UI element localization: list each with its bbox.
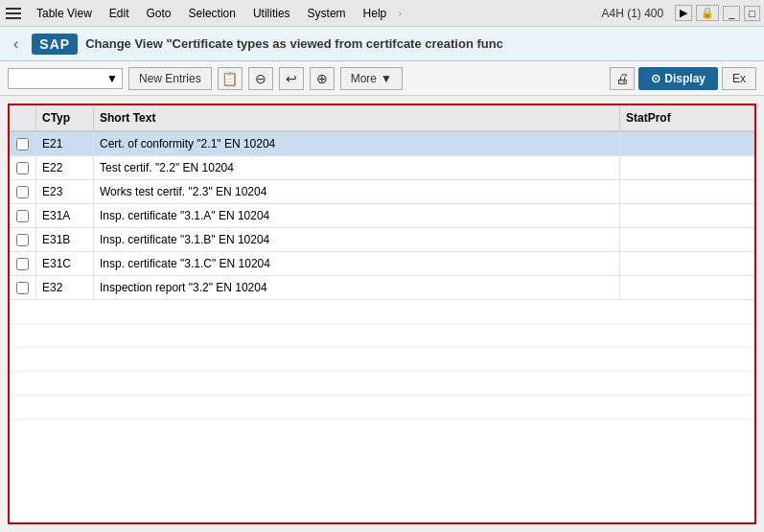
maximize-icon[interactable]: □ [744, 6, 760, 21]
undo-icon-button[interactable]: ↩ [279, 67, 304, 90]
row-ctype: E31B [36, 228, 94, 251]
move-icon-button[interactable]: ⊕ [310, 67, 335, 90]
row-checkbox[interactable] [10, 156, 36, 179]
table-header: CTyp Short Text StatProf [10, 105, 754, 132]
menu-item-selection[interactable]: Selection [181, 5, 243, 22]
display-label: Display [664, 72, 706, 85]
row-ctype: E23 [36, 180, 94, 203]
display-icon: ⊙ [651, 72, 660, 85]
header-shorttext: Short Text [94, 105, 620, 130]
back-button[interactable]: ‹ [8, 34, 24, 55]
menu-item-goto[interactable]: Goto [139, 5, 179, 22]
menu-right-area: A4H (1) 400 ▶ 🔒 _ □ [602, 5, 760, 21]
table-row[interactable]: E31C Insp. certificate "3.1.C" EN 10204 [10, 252, 754, 276]
checkbox-e31a[interactable] [16, 210, 29, 222]
table-row[interactable]: E31A Insp. certificate "3.1.A" EN 10204 [10, 204, 754, 228]
toolbar-right: 🖨 ⊙ Display Ex [610, 67, 756, 90]
empty-row [10, 324, 754, 348]
delete-icon-button[interactable]: ⊖ [248, 67, 273, 90]
menu-bar: Table View Edit Goto Selection Utilities… [0, 0, 764, 27]
ex-label: Ex [732, 72, 746, 85]
row-checkbox[interactable] [10, 180, 36, 203]
system-info: A4H (1) 400 [602, 7, 664, 20]
row-shorttext: Insp. certificate "3.1.A" EN 10204 [94, 204, 620, 227]
play-icon[interactable]: ▶ [675, 5, 692, 21]
checkbox-e32[interactable] [16, 282, 29, 294]
row-statprof [620, 228, 735, 251]
row-checkbox[interactable] [10, 276, 36, 299]
empty-row [10, 300, 754, 324]
page-title: Change View "Certificate types as viewed… [85, 36, 756, 51]
row-statprof [620, 180, 735, 203]
table-selector-dropdown[interactable]: ▼ [8, 68, 123, 89]
row-shorttext: Insp. certificate "3.1.B" EN 10204 [94, 228, 620, 251]
more-button[interactable]: More ▼ [340, 67, 403, 90]
table-selection-border: CTyp Short Text StatProf E21 Cert. of co… [8, 104, 756, 524]
title-bar: ‹ SAP Change View "Certificate types as … [0, 27, 764, 61]
copy-icon-button[interactable]: 📋 [218, 67, 243, 90]
more-label: More [351, 72, 377, 85]
table-row[interactable]: E22 Test certif. "2.2" EN 10204 [10, 156, 754, 180]
row-statprof [620, 132, 735, 155]
table-body: E21 Cert. of conformity "2.1" EN 10204 E… [10, 132, 754, 420]
checkbox-e23[interactable] [16, 186, 29, 198]
new-entries-button[interactable]: New Entries [128, 67, 212, 90]
table-row[interactable]: E21 Cert. of conformity "2.1" EN 10204 [10, 132, 754, 156]
menu-item-tableview[interactable]: Table View [29, 5, 100, 22]
row-checkbox[interactable] [10, 132, 36, 155]
row-shorttext: Insp. certificate "3.1.C" EN 10204 [94, 252, 620, 275]
row-ctype: E21 [36, 132, 94, 155]
table-row[interactable]: E31B Insp. certificate "3.1.B" EN 10204 [10, 228, 754, 252]
content-area: CTyp Short Text StatProf E21 Cert. of co… [0, 96, 764, 532]
toolbar: ▼ New Entries 📋 ⊖ ↩ ⊕ More ▼ 🖨 ⊙ Display… [0, 61, 764, 96]
menu-item-system[interactable]: System [300, 5, 354, 22]
empty-row [10, 396, 754, 420]
row-ctype: E22 [36, 156, 94, 179]
table-row[interactable]: E23 Works test certif. "2.3" EN 10204 [10, 180, 754, 204]
minimize-icon[interactable]: _ [723, 6, 740, 21]
row-checkbox[interactable] [10, 204, 36, 227]
hamburger-menu[interactable] [4, 4, 23, 23]
menu-item-help[interactable]: Help [356, 5, 395, 22]
empty-row [10, 372, 754, 396]
row-checkbox[interactable] [10, 252, 36, 275]
header-statprof: StatProf [620, 105, 735, 130]
ex-button[interactable]: Ex [722, 67, 756, 90]
checkbox-e31b[interactable] [16, 234, 29, 246]
lock-icon[interactable]: 🔒 [696, 5, 719, 21]
checkbox-e22[interactable] [16, 162, 29, 174]
row-shorttext: Works test certif. "2.3" EN 10204 [94, 180, 620, 203]
header-ctype: CTyp [36, 105, 94, 130]
menu-separator: › [398, 7, 402, 20]
row-ctype: E32 [36, 276, 94, 299]
row-shorttext: Test certif. "2.2" EN 10204 [94, 156, 620, 179]
new-entries-label: New Entries [139, 72, 201, 85]
checkbox-e31c[interactable] [16, 258, 29, 270]
menu-item-edit[interactable]: Edit [102, 5, 137, 22]
more-chevron-icon: ▼ [381, 72, 392, 85]
row-statprof [620, 276, 735, 299]
table-row[interactable]: E32 Inspection report "3.2" EN 10204 [10, 276, 754, 300]
checkbox-e21[interactable] [16, 138, 29, 150]
empty-row [10, 348, 754, 372]
row-shorttext: Inspection report "3.2" EN 10204 [94, 276, 620, 299]
row-checkbox[interactable] [10, 228, 36, 251]
row-statprof [620, 156, 735, 179]
row-statprof [620, 252, 735, 275]
row-ctype: E31C [36, 252, 94, 275]
row-ctype: E31A [36, 204, 94, 227]
menu-item-utilities[interactable]: Utilities [245, 5, 298, 22]
chevron-down-icon: ▼ [106, 72, 118, 85]
display-button[interactable]: ⊙ Display [638, 67, 718, 90]
row-shorttext: Cert. of conformity "2.1" EN 10204 [94, 132, 620, 155]
header-checkbox-col [10, 105, 36, 130]
sap-logo: SAP [32, 34, 78, 55]
row-statprof [620, 204, 735, 227]
print-icon-button[interactable]: 🖨 [610, 67, 635, 90]
